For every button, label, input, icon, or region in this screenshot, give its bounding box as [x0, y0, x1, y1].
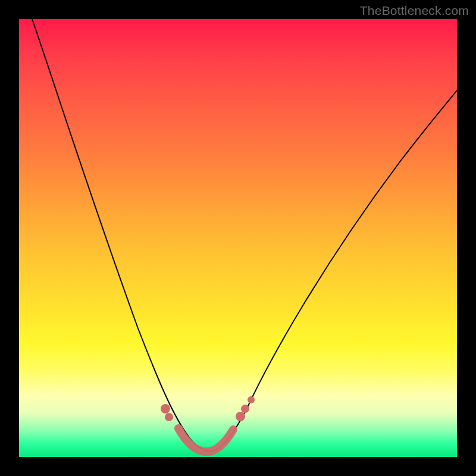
marker-dot [236, 412, 245, 421]
marker-dot [241, 405, 249, 413]
chart-frame: TheBottleneck.com [0, 0, 476, 476]
marker-dot [248, 396, 255, 403]
bottleneck-curve [19, 19, 457, 457]
plot-area [19, 19, 457, 457]
marker-dot [161, 404, 170, 414]
watermark-text: TheBottleneck.com [360, 4, 469, 18]
highlight-segment [178, 428, 233, 452]
marker-dot [165, 413, 173, 421]
curve-line [32, 19, 457, 451]
